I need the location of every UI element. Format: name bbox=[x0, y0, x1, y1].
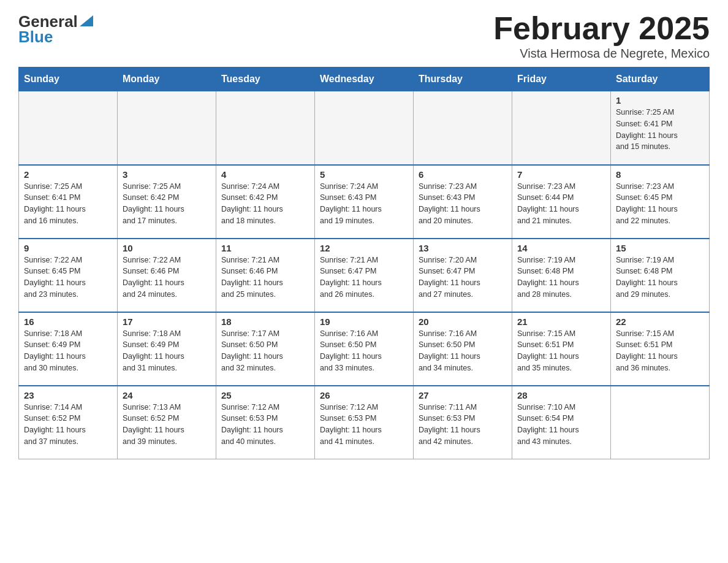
day-info: Sunrise: 7:22 AMSunset: 6:46 PMDaylight:… bbox=[123, 256, 184, 299]
day-number: 24 bbox=[123, 390, 211, 400]
calendar-cell bbox=[512, 91, 611, 165]
day-number: 6 bbox=[419, 169, 507, 180]
calendar-cell bbox=[414, 91, 512, 165]
calendar-cell bbox=[315, 91, 414, 165]
day-number: 5 bbox=[320, 169, 408, 180]
day-number: 11 bbox=[221, 243, 309, 253]
day-info: Sunrise: 7:23 AMSunset: 6:45 PMDaylight:… bbox=[616, 182, 678, 225]
day-info: Sunrise: 7:12 AMSunset: 6:53 PMDaylight:… bbox=[221, 403, 283, 446]
day-number: 28 bbox=[517, 390, 605, 400]
calendar-cell: 27Sunrise: 7:11 AMSunset: 6:53 PMDayligh… bbox=[414, 386, 512, 459]
day-info: Sunrise: 7:23 AMSunset: 6:44 PMDaylight:… bbox=[517, 182, 579, 225]
day-info: Sunrise: 7:13 AMSunset: 6:52 PMDaylight:… bbox=[123, 403, 184, 446]
calendar-cell: 24Sunrise: 7:13 AMSunset: 6:52 PMDayligh… bbox=[118, 386, 216, 459]
day-info: Sunrise: 7:21 AMSunset: 6:46 PMDaylight:… bbox=[221, 256, 283, 299]
day-info: Sunrise: 7:22 AMSunset: 6:45 PMDaylight:… bbox=[24, 256, 86, 299]
calendar-cell: 16Sunrise: 7:18 AMSunset: 6:49 PMDayligh… bbox=[19, 312, 118, 386]
calendar-cell: 14Sunrise: 7:19 AMSunset: 6:48 PMDayligh… bbox=[512, 239, 611, 312]
day-info: Sunrise: 7:20 AMSunset: 6:47 PMDaylight:… bbox=[419, 256, 480, 299]
day-info: Sunrise: 7:24 AMSunset: 6:43 PMDaylight:… bbox=[320, 182, 382, 225]
weekday-header-wednesday: Wednesday bbox=[315, 67, 414, 91]
day-info: Sunrise: 7:12 AMSunset: 6:53 PMDaylight:… bbox=[320, 403, 382, 446]
day-info: Sunrise: 7:17 AMSunset: 6:50 PMDaylight:… bbox=[221, 329, 283, 372]
calendar-cell: 28Sunrise: 7:10 AMSunset: 6:54 PMDayligh… bbox=[512, 386, 611, 459]
day-number: 2 bbox=[24, 169, 112, 180]
day-info: Sunrise: 7:19 AMSunset: 6:48 PMDaylight:… bbox=[517, 256, 579, 299]
day-info: Sunrise: 7:25 AMSunset: 6:41 PMDaylight:… bbox=[616, 108, 678, 151]
day-number: 25 bbox=[221, 390, 309, 400]
calendar-week-4: 16Sunrise: 7:18 AMSunset: 6:49 PMDayligh… bbox=[19, 312, 710, 386]
calendar-cell: 4Sunrise: 7:24 AMSunset: 6:42 PMDaylight… bbox=[216, 165, 315, 239]
calendar-cell: 3Sunrise: 7:25 AMSunset: 6:42 PMDaylight… bbox=[118, 165, 216, 239]
calendar-table: SundayMondayTuesdayWednesdayThursdayFrid… bbox=[18, 67, 710, 459]
calendar-cell: 19Sunrise: 7:16 AMSunset: 6:50 PMDayligh… bbox=[315, 312, 414, 386]
weekday-header-monday: Monday bbox=[118, 67, 216, 91]
day-number: 23 bbox=[24, 390, 112, 400]
day-info: Sunrise: 7:10 AMSunset: 6:54 PMDaylight:… bbox=[517, 403, 579, 446]
day-number: 10 bbox=[123, 243, 211, 253]
calendar-cell: 21Sunrise: 7:15 AMSunset: 6:51 PMDayligh… bbox=[512, 312, 611, 386]
calendar-cell bbox=[216, 91, 315, 165]
day-info: Sunrise: 7:21 AMSunset: 6:47 PMDaylight:… bbox=[320, 256, 382, 299]
day-number: 16 bbox=[24, 316, 112, 327]
calendar-cell: 1Sunrise: 7:25 AMSunset: 6:41 PMDaylight… bbox=[611, 91, 710, 165]
calendar-cell: 17Sunrise: 7:18 AMSunset: 6:49 PMDayligh… bbox=[118, 312, 216, 386]
calendar-cell: 2Sunrise: 7:25 AMSunset: 6:41 PMDaylight… bbox=[19, 165, 118, 239]
calendar-cell: 15Sunrise: 7:19 AMSunset: 6:48 PMDayligh… bbox=[611, 239, 710, 312]
calendar-cell: 20Sunrise: 7:16 AMSunset: 6:50 PMDayligh… bbox=[414, 312, 512, 386]
month-title: February 2025 bbox=[493, 12, 710, 44]
day-info: Sunrise: 7:18 AMSunset: 6:49 PMDaylight:… bbox=[123, 329, 184, 372]
day-number: 8 bbox=[616, 169, 704, 180]
day-info: Sunrise: 7:16 AMSunset: 6:50 PMDaylight:… bbox=[320, 329, 382, 372]
calendar-cell: 9Sunrise: 7:22 AMSunset: 6:45 PMDaylight… bbox=[19, 239, 118, 312]
day-number: 19 bbox=[320, 316, 408, 327]
day-number: 14 bbox=[517, 243, 605, 253]
calendar-cell: 26Sunrise: 7:12 AMSunset: 6:53 PMDayligh… bbox=[315, 386, 414, 459]
location-subtitle: Vista Hermosa de Negrete, Mexico bbox=[493, 47, 710, 61]
day-number: 21 bbox=[517, 316, 605, 327]
calendar-cell bbox=[611, 386, 710, 459]
logo-blue: Blue bbox=[18, 28, 53, 47]
day-number: 1 bbox=[616, 95, 704, 105]
logo: General Blue bbox=[18, 12, 93, 47]
weekday-header-friday: Friday bbox=[512, 67, 611, 91]
day-info: Sunrise: 7:24 AMSunset: 6:42 PMDaylight:… bbox=[221, 182, 283, 225]
day-number: 15 bbox=[616, 243, 704, 253]
day-info: Sunrise: 7:19 AMSunset: 6:48 PMDaylight:… bbox=[616, 256, 678, 299]
logo-triangle-icon bbox=[80, 15, 93, 26]
day-number: 9 bbox=[24, 243, 112, 253]
calendar-cell: 6Sunrise: 7:23 AMSunset: 6:43 PMDaylight… bbox=[414, 165, 512, 239]
calendar-cell: 23Sunrise: 7:14 AMSunset: 6:52 PMDayligh… bbox=[19, 386, 118, 459]
svg-marker-0 bbox=[80, 15, 93, 26]
calendar-cell: 13Sunrise: 7:20 AMSunset: 6:47 PMDayligh… bbox=[414, 239, 512, 312]
weekday-header-row: SundayMondayTuesdayWednesdayThursdayFrid… bbox=[19, 67, 710, 91]
day-info: Sunrise: 7:15 AMSunset: 6:51 PMDaylight:… bbox=[616, 329, 678, 372]
calendar-cell: 22Sunrise: 7:15 AMSunset: 6:51 PMDayligh… bbox=[611, 312, 710, 386]
day-info: Sunrise: 7:16 AMSunset: 6:50 PMDaylight:… bbox=[419, 329, 480, 372]
calendar-cell: 7Sunrise: 7:23 AMSunset: 6:44 PMDaylight… bbox=[512, 165, 611, 239]
day-number: 22 bbox=[616, 316, 704, 327]
title-section: February 2025 Vista Hermosa de Negrete, … bbox=[493, 12, 710, 61]
day-info: Sunrise: 7:11 AMSunset: 6:53 PMDaylight:… bbox=[419, 403, 480, 446]
calendar-week-5: 23Sunrise: 7:14 AMSunset: 6:52 PMDayligh… bbox=[19, 386, 710, 459]
calendar-cell: 11Sunrise: 7:21 AMSunset: 6:46 PMDayligh… bbox=[216, 239, 315, 312]
day-number: 13 bbox=[419, 243, 507, 253]
day-number: 27 bbox=[419, 390, 507, 400]
day-info: Sunrise: 7:18 AMSunset: 6:49 PMDaylight:… bbox=[24, 329, 86, 372]
calendar-cell: 5Sunrise: 7:24 AMSunset: 6:43 PMDaylight… bbox=[315, 165, 414, 239]
calendar-cell: 10Sunrise: 7:22 AMSunset: 6:46 PMDayligh… bbox=[118, 239, 216, 312]
day-info: Sunrise: 7:25 AMSunset: 6:41 PMDaylight:… bbox=[24, 182, 86, 225]
day-info: Sunrise: 7:15 AMSunset: 6:51 PMDaylight:… bbox=[517, 329, 579, 372]
calendar-cell: 25Sunrise: 7:12 AMSunset: 6:53 PMDayligh… bbox=[216, 386, 315, 459]
calendar-cell bbox=[118, 91, 216, 165]
day-number: 18 bbox=[221, 316, 309, 327]
calendar-week-3: 9Sunrise: 7:22 AMSunset: 6:45 PMDaylight… bbox=[19, 239, 710, 312]
weekday-header-tuesday: Tuesday bbox=[216, 67, 315, 91]
calendar-cell: 18Sunrise: 7:17 AMSunset: 6:50 PMDayligh… bbox=[216, 312, 315, 386]
page-header: General Blue February 2025 Vista Hermosa… bbox=[18, 12, 710, 61]
day-number: 3 bbox=[123, 169, 211, 180]
day-info: Sunrise: 7:23 AMSunset: 6:43 PMDaylight:… bbox=[419, 182, 480, 225]
calendar-week-2: 2Sunrise: 7:25 AMSunset: 6:41 PMDaylight… bbox=[19, 165, 710, 239]
day-number: 12 bbox=[320, 243, 408, 253]
day-number: 4 bbox=[221, 169, 309, 180]
